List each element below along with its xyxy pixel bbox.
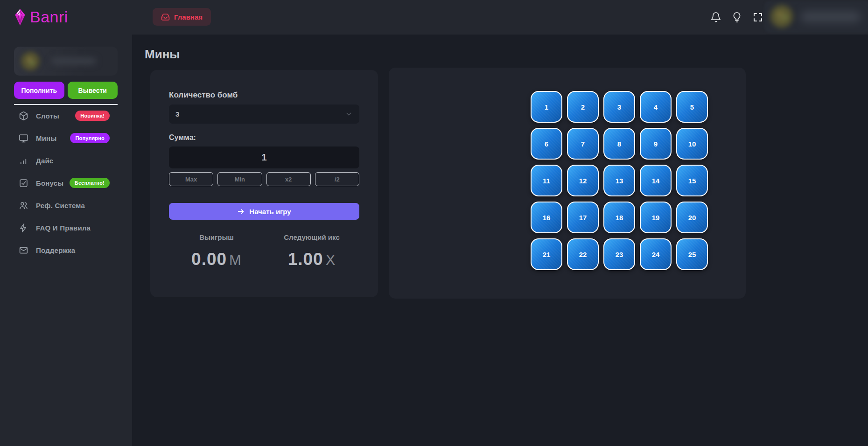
mine-tile[interactable]: 22: [567, 238, 599, 270]
sidebar-menu-item[interactable]: Мины Популярно: [0, 127, 132, 149]
mine-tile[interactable]: 24: [640, 238, 672, 270]
sidebar-menu-item[interactable]: Реф. Система: [0, 194, 132, 216]
mine-tile[interactable]: 15: [676, 165, 708, 196]
mines-grid: 1234567891011121314151617181920212223242…: [531, 91, 708, 270]
quick-amount-button[interactable]: x2: [266, 172, 311, 186]
sidebar-menu-item[interactable]: Поддержка: [0, 239, 132, 261]
mine-tile[interactable]: 8: [603, 128, 635, 160]
arrow-right-icon: [237, 208, 245, 216]
mine-tile[interactable]: 5: [676, 91, 708, 123]
cube-icon: [19, 111, 28, 121]
mine-tile[interactable]: 7: [567, 128, 599, 160]
bulb-icon[interactable]: [731, 12, 742, 23]
monitor-icon: [19, 133, 28, 143]
sidebar-menu: Слоты Новинка! Мины Популярно Дайс Бонус…: [0, 105, 132, 261]
mine-tile[interactable]: 20: [676, 202, 708, 233]
sidebar-user-card[interactable]: [14, 47, 118, 76]
mine-tile[interactable]: 3: [603, 91, 635, 123]
game-stats: Выигрыш 0.00M Следующий икс 1.00X: [169, 233, 359, 269]
mine-tile[interactable]: 18: [603, 202, 635, 233]
bolt-icon: [19, 223, 28, 233]
users-icon: [19, 201, 28, 210]
bars-icon: [19, 156, 28, 166]
sidebar-item-badge: Бесплатно!: [70, 178, 110, 188]
amount-label: Сумма:: [169, 133, 196, 142]
home-button[interactable]: Главная: [153, 8, 211, 26]
mine-tile[interactable]: 11: [531, 165, 562, 196]
sidebar-menu-item[interactable]: FAQ И Правила: [0, 216, 132, 239]
start-game-label: Начать игру: [249, 208, 291, 216]
sidebar-item-label: FAQ И Правила: [36, 224, 91, 232]
home-button-label: Главная: [174, 13, 203, 21]
sidebar-menu-item[interactable]: Дайс: [0, 149, 132, 172]
gem-icon: [13, 8, 27, 26]
mine-tile[interactable]: 25: [676, 238, 708, 270]
sidebar: Пополнить Вывести Слоты Новинка! Мины По…: [0, 35, 132, 446]
stat-suffix: M: [229, 252, 242, 268]
bell-icon[interactable]: [710, 12, 721, 23]
brand-logo[interactable]: Banri: [13, 8, 68, 26]
wallet-buttons: Пополнить Вывести: [14, 82, 118, 99]
bombs-count-label: Количество бомб: [169, 91, 238, 100]
sidebar-item-label: Поддержка: [36, 246, 75, 254]
sidebar-menu-item[interactable]: Бонусы Бесплатно!: [0, 172, 132, 194]
amount-input[interactable]: [169, 146, 359, 168]
username-blur: [801, 11, 861, 22]
mine-tile[interactable]: 19: [640, 202, 672, 233]
withdraw-button[interactable]: Вывести: [68, 82, 118, 99]
mine-tile[interactable]: 4: [640, 91, 672, 123]
sidebar-item-label: Дайс: [36, 157, 53, 165]
quick-amount-button[interactable]: /2: [315, 172, 359, 186]
start-game-button[interactable]: Начать игру: [169, 203, 359, 220]
header: Banri Главная: [0, 0, 868, 35]
deposit-button[interactable]: Пополнить: [14, 82, 64, 99]
mine-tile[interactable]: 21: [531, 238, 562, 270]
fullscreen-icon[interactable]: [752, 12, 763, 23]
mine-tile[interactable]: 14: [640, 165, 672, 196]
page-title: Мины: [145, 47, 180, 62]
sidebar-item-badge: Новинка!: [75, 111, 110, 121]
user-chip[interactable]: [764, 1, 868, 33]
sidebar-menu-item[interactable]: Слоты Новинка!: [0, 105, 132, 127]
mine-tile[interactable]: 10: [676, 128, 708, 160]
game-controls-panel: Количество бомб 3 Сумма: MaxMinx2/2 Нача…: [150, 70, 378, 297]
mine-tile[interactable]: 1: [531, 91, 562, 123]
sidebar-item-label: Бонусы: [36, 179, 63, 187]
mine-tile[interactable]: 17: [567, 202, 599, 233]
bombs-count-select[interactable]: 3: [169, 105, 359, 124]
stat-suffix: X: [326, 252, 336, 268]
brand-name: Banri: [30, 8, 68, 26]
sidebar-item-label: Реф. Система: [36, 202, 85, 209]
stat-block: Выигрыш 0.00M: [169, 233, 264, 269]
quick-amount-button[interactable]: Max: [169, 172, 213, 186]
mine-tile[interactable]: 2: [567, 91, 599, 123]
mine-tile[interactable]: 12: [567, 165, 599, 196]
mine-tile[interactable]: 23: [603, 238, 635, 270]
quick-amount-buttons: MaxMinx2/2: [169, 172, 359, 186]
sidebar-item-label: Мины: [36, 134, 56, 142]
checkbox-icon: [19, 178, 28, 188]
bombs-count-value: 3: [175, 110, 179, 118]
stat-label: Следующий икс: [264, 233, 359, 241]
mines-board-panel: 1234567891011121314151617181920212223242…: [389, 68, 746, 299]
chevron-down-icon: [345, 110, 353, 118]
mine-tile[interactable]: 16: [531, 202, 562, 233]
quick-amount-button[interactable]: Min: [217, 172, 262, 186]
mail-icon: [19, 245, 28, 255]
stat-block: Следующий икс 1.00X: [264, 233, 359, 269]
mine-tile[interactable]: 6: [531, 128, 562, 160]
mine-tile[interactable]: 9: [640, 128, 672, 160]
stat-label: Выигрыш: [169, 233, 264, 241]
mine-tile[interactable]: 13: [603, 165, 635, 196]
stat-value: 0.00M: [169, 250, 264, 269]
username-blur: [51, 58, 96, 64]
avatar: [768, 3, 795, 30]
avatar: [20, 50, 41, 72]
stat-value: 1.00X: [264, 250, 359, 269]
sidebar-item-label: Слоты: [36, 112, 59, 120]
inbox-icon: [161, 13, 170, 21]
sidebar-item-badge: Популярно: [70, 133, 110, 143]
